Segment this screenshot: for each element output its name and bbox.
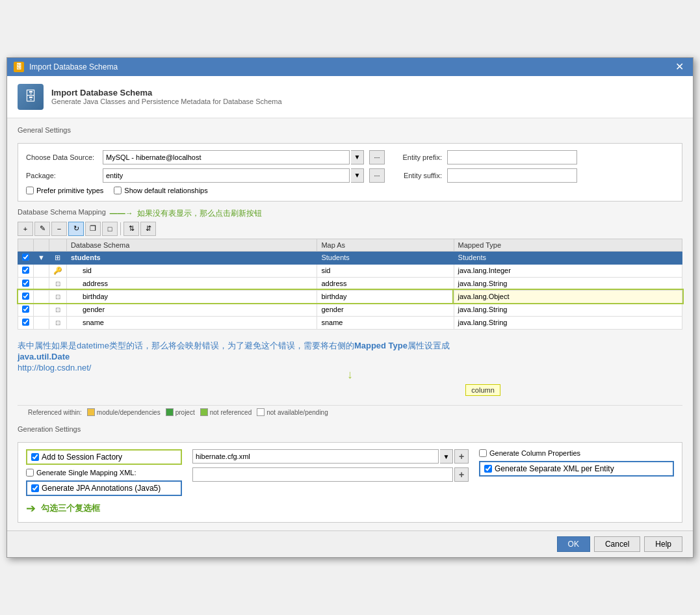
row-check-cell[interactable] — [18, 251, 34, 264]
package-dropdown-btn[interactable]: ▼ — [351, 168, 364, 183]
row-mappedtype-cell: java.lang.String — [454, 277, 682, 290]
show-default-checkbox[interactable] — [114, 187, 122, 194]
session-factory-input[interactable] — [192, 449, 439, 464]
generate-column-label[interactable]: Generate Column Properties — [479, 449, 674, 457]
db-schema-section: Database Schema Mapping ——→ 如果没有表显示，那么点击… — [18, 208, 682, 399]
row-mappedtype-cell: java.lang.Object — [454, 290, 682, 303]
legend-not-ref-box — [200, 408, 208, 416]
legend-module-box — [87, 408, 95, 416]
toolbar-refresh-btn[interactable]: ↻ — [68, 222, 84, 236]
ok-button[interactable]: OK — [557, 536, 590, 552]
row-expand-cell[interactable]: ▼ — [34, 251, 49, 264]
generate-jpa-label[interactable]: Generate JPA Annotations (Java5) — [26, 480, 182, 496]
row-schema-cell: birthday — [66, 290, 317, 303]
row-checkbox[interactable] — [22, 306, 29, 313]
entity-suffix-input[interactable] — [447, 168, 577, 183]
row-check-cell[interactable] — [18, 316, 34, 329]
title-bar-text: Import Database Schema — [29, 62, 118, 72]
dialog-content: General Settings Choose Data Source: ▼ ·… — [7, 118, 693, 531]
data-source-input[interactable] — [103, 150, 350, 164]
table-row[interactable]: ⊡ birthday birthday java.lang.Object — [18, 290, 682, 303]
row-checkbox[interactable] — [22, 319, 29, 326]
table-row[interactable]: 🔑 sid sid java.lang.Integer — [18, 264, 682, 277]
add-to-session-checkbox[interactable] — [31, 453, 39, 461]
gen-left-col: Add to Session Factory Generate Single M… — [26, 449, 182, 496]
help-button[interactable]: Help — [644, 536, 682, 552]
header-title: Import Database Schema — [51, 88, 282, 98]
close-button[interactable]: ✕ — [673, 62, 686, 72]
row-mapas-cell: sid — [317, 264, 454, 277]
table-row[interactable]: ⊡ gender gender java.lang.String — [18, 303, 682, 316]
row-check-cell[interactable] — [18, 303, 34, 316]
db-header-icon: 🗄 — [18, 84, 44, 110]
row-mapas-cell: birthday — [317, 290, 454, 303]
row-checkbox[interactable] — [22, 293, 29, 300]
single-xml-row: + — [192, 467, 469, 482]
data-source-dropdown-btn[interactable]: ▼ — [351, 150, 364, 164]
dialog-footer: OK Cancel Help — [7, 530, 693, 557]
col-check-header — [18, 239, 34, 251]
generate-separate-text: Generate Separate XML per Entity — [495, 464, 614, 473]
gen-cn-annotation: ➔ 勾选三个复选框 — [26, 501, 674, 516]
single-xml-add-btn[interactable]: + — [454, 467, 469, 482]
generate-single-checkbox[interactable] — [26, 469, 34, 477]
package-dots-btn[interactable]: ··· — [369, 168, 385, 183]
row-schema-cell: address — [66, 277, 317, 290]
row-mappedtype-cell: Students — [454, 251, 682, 264]
toolbar-add-btn[interactable]: + — [18, 222, 33, 236]
data-source-dots-btn[interactable]: ··· — [369, 150, 385, 164]
legend-not-avail-box — [257, 408, 265, 416]
toolbar-sort2-btn[interactable]: ⇵ — [140, 222, 156, 236]
generate-single-text: Generate Single Mapping XML: — [36, 469, 136, 477]
table-row[interactable]: ⊡ address address java.lang.String — [18, 277, 682, 290]
row-mapas-cell: Students — [317, 251, 454, 264]
down-arrow-icon: ↓ — [347, 368, 353, 381]
generate-column-checkbox[interactable] — [479, 449, 487, 457]
toolbar-empty-btn[interactable]: □ — [102, 222, 118, 236]
generate-column-text: Generate Column Properties — [489, 449, 580, 457]
schema-table: Database Schema Map As Mapped Type ▼ ⊞ s… — [18, 239, 682, 330]
generate-jpa-checkbox[interactable] — [31, 484, 39, 492]
entity-prefix-input[interactable] — [447, 150, 577, 164]
schema-arrow: ——→ — [110, 209, 133, 218]
row-checkbox[interactable] — [22, 280, 29, 287]
cancel-button[interactable]: Cancel — [594, 536, 640, 552]
toolbar-edit-btn[interactable]: ✎ — [34, 222, 50, 236]
single-xml-input[interactable] — [192, 467, 453, 482]
row-checkbox[interactable] — [22, 267, 29, 274]
col-icon: ⊡ — [55, 306, 60, 313]
generate-separate-label[interactable]: Generate Separate XML per Entity — [479, 461, 674, 477]
dialog-header: 🗄 Import Database Schema Generate Java C… — [7, 76, 693, 118]
row-check-cell[interactable] — [18, 277, 34, 290]
column-tooltip: column — [465, 384, 500, 396]
col-icon: ⊡ — [55, 293, 60, 300]
row-mapas-cell: sname — [317, 316, 454, 329]
toolbar-sort1-btn[interactable]: ⇅ — [123, 222, 139, 236]
prefer-primitive-checkbox[interactable] — [26, 187, 34, 194]
row-schema-cell: sname — [66, 316, 317, 329]
entity-suffix-label: Entity suffix: — [390, 172, 442, 179]
generate-jpa-text: Generate JPA Annotations (Java5) — [42, 484, 161, 493]
table-row[interactable]: ▼ ⊞ students Students Students — [18, 251, 682, 264]
col-icon: ⊡ — [55, 280, 60, 287]
row-check-cell[interactable] — [18, 264, 34, 277]
toolbar-copy-btn[interactable]: ❐ — [85, 222, 101, 236]
generate-separate-checkbox[interactable] — [484, 465, 492, 473]
add-to-session-label[interactable]: Add to Session Factory — [26, 449, 182, 465]
session-factory-dropdown[interactable]: ▼ — [440, 449, 453, 464]
prefer-primitive-item[interactable]: Prefer primitive types — [26, 187, 103, 194]
show-default-item[interactable]: Show default relationships — [114, 187, 207, 194]
schema-header: Database Schema Mapping ——→ 如果没有表显示，那么点击… — [18, 208, 682, 219]
package-input[interactable] — [103, 168, 350, 183]
row-checkbox[interactable] — [22, 254, 29, 261]
data-source-row: Choose Data Source: ▼ ··· Entity prefix: — [26, 150, 674, 164]
table-row[interactable]: ⊡ sname sname java.lang.String — [18, 316, 682, 329]
gen-cn-text: 勾选三个复选框 — [41, 503, 100, 514]
toolbar-remove-btn[interactable]: − — [51, 222, 67, 236]
col-mappedtype-header: Mapped Type — [454, 239, 682, 251]
row-expand-cell — [34, 277, 49, 290]
row-check-cell[interactable] — [18, 290, 34, 303]
session-factory-add-btn[interactable]: + — [454, 449, 469, 464]
gen-right-col: Generate Column Properties Generate Sepa… — [479, 449, 674, 496]
generate-single-label[interactable]: Generate Single Mapping XML: — [26, 469, 182, 477]
